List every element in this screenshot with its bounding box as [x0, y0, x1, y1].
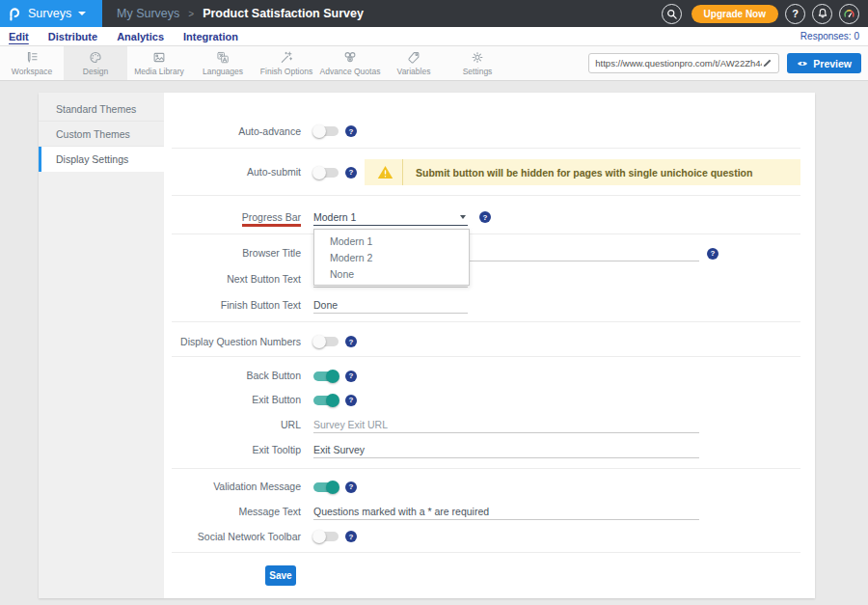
warning-divider: [402, 159, 403, 185]
back-button-row: Back Button ?: [172, 364, 800, 388]
design-toolbar: Workspace Design Media Library Languages: [0, 46, 868, 81]
progress-bar-help-icon[interactable]: ?: [479, 211, 491, 223]
back-button-toggle[interactable]: [313, 371, 339, 381]
tab-integration[interactable]: Integration: [183, 31, 238, 42]
divider: [172, 234, 800, 234]
divider: [172, 356, 800, 357]
toolbar-item-finish-options[interactable]: Finish Options: [255, 46, 318, 80]
auto-advance-row: Auto-advance ?: [172, 119, 800, 144]
display-settings-form: Auto-advance ? Auto-submit ?: [164, 93, 815, 598]
validation-message-row: Validation Message ?: [172, 475, 800, 499]
divider: [172, 321, 800, 322]
page-title: Product Satisfaction Survey: [203, 7, 364, 20]
sidebar-item-custom-themes[interactable]: Custom Themes: [39, 122, 164, 147]
divider: [172, 195, 800, 196]
exit-url-row: URL: [172, 412, 800, 437]
divider: [172, 468, 800, 469]
notifications-button[interactable]: [812, 4, 832, 24]
auto-advance-toggle[interactable]: [313, 126, 339, 136]
dropdown-option-modern-2[interactable]: Modern 2: [314, 249, 469, 265]
exit-button-help-icon[interactable]: ?: [345, 395, 357, 406]
dropdown-option-none[interactable]: None: [314, 265, 469, 282]
gauge-icon: [843, 8, 855, 20]
browser-title-row: Browser Title ?: [172, 240, 800, 266]
tab-analytics[interactable]: Analytics: [117, 31, 164, 42]
breadcrumb: My Surveys > Product Satisfaction Survey: [117, 7, 364, 20]
message-text-input[interactable]: [313, 504, 699, 520]
message-text-row: Message Text: [172, 499, 800, 524]
save-button[interactable]: Save: [265, 565, 296, 586]
warning-text: Submit button will be hidden for pages w…: [416, 167, 752, 179]
auto-submit-label: Auto-submit: [172, 166, 301, 179]
toolbar-item-media-library[interactable]: Media Library: [127, 46, 191, 80]
message-text-label: Message Text: [172, 506, 301, 518]
tab-distribute[interactable]: Distribute: [48, 31, 97, 42]
edit-url-pencil-icon[interactable]: [762, 58, 773, 69]
browser-title-help-icon[interactable]: ?: [707, 248, 719, 260]
validation-message-toggle[interactable]: [313, 482, 339, 492]
next-button-text-row: Next Button Text: [172, 266, 800, 292]
image-icon: [151, 50, 167, 65]
finish-button-text-row: Finish Button Text: [172, 292, 800, 318]
sidebar-item-display-settings[interactable]: Display Settings: [39, 147, 164, 172]
app-label: Surveys: [28, 7, 71, 20]
upgrade-now-button[interactable]: Upgrade Now: [692, 5, 778, 23]
exit-tooltip-label: Exit Tooltip: [172, 444, 301, 456]
responses-count: Responses: 0: [800, 31, 859, 41]
auto-submit-toggle[interactable]: [313, 168, 339, 178]
social-network-toolbar-toggle[interactable]: [313, 532, 339, 541]
design-sidebar: Standard Themes Custom Themes Display Se…: [39, 93, 164, 598]
auto-submit-row: Auto-submit ? Submit button will be hidd…: [172, 159, 800, 185]
dropdown-option-modern-1[interactable]: Modern 1: [314, 233, 469, 249]
app-switcher[interactable]: Surveys: [0, 0, 102, 27]
social-network-toolbar-label: Social Network Toolbar: [172, 531, 301, 543]
sidebar-item-standard-themes[interactable]: Standard Themes: [39, 96, 164, 122]
auto-advance-help-icon[interactable]: ?: [345, 125, 357, 137]
auto-submit-help-icon[interactable]: ?: [345, 167, 357, 179]
toolbar-item-settings[interactable]: Settings: [446, 46, 509, 80]
exit-button-toggle[interactable]: [313, 396, 339, 405]
toolbar-item-variables[interactable]: Variables: [382, 46, 446, 80]
exit-tooltip-row: Exit Tooltip: [172, 437, 800, 462]
next-button-text-label: Next Button Text: [172, 273, 301, 286]
toolbar-item-design[interactable]: Design: [64, 46, 127, 80]
exit-tooltip-input[interactable]: [313, 442, 699, 458]
display-question-numbers-toggle[interactable]: [313, 337, 339, 346]
section-tabs: Edit Distribute Analytics Integration Re…: [0, 27, 868, 46]
bell-icon: [817, 8, 828, 19]
divider: [172, 552, 800, 553]
exit-url-label: URL: [172, 419, 301, 431]
display-question-numbers-help-icon[interactable]: ?: [345, 336, 357, 347]
validation-message-help-icon[interactable]: ?: [345, 481, 357, 493]
toolbar-item-workspace[interactable]: Workspace: [0, 46, 64, 80]
eye-icon: [797, 60, 808, 68]
progress-bar-select[interactable]: Modern 1: [313, 208, 468, 226]
tab-edit[interactable]: Edit: [9, 31, 29, 42]
progress-bar-label: Progress Bar: [172, 211, 301, 224]
toolbar-item-advance-quotas[interactable]: Advance Quotas: [318, 46, 382, 80]
progress-bar-row: Progress Bar Modern 1 Modern 1 Modern 2 …: [172, 205, 800, 230]
magic-wand-icon: [279, 50, 294, 65]
preview-button[interactable]: Preview: [787, 53, 861, 73]
finish-button-text-input[interactable]: [313, 297, 468, 314]
survey-url-input[interactable]: [595, 58, 762, 69]
exit-url-input[interactable]: [313, 417, 699, 433]
usage-meter-button[interactable]: [839, 4, 859, 24]
breadcrumb-separator: >: [188, 9, 194, 19]
back-button-label: Back Button: [172, 370, 301, 382]
palette-icon: [88, 50, 103, 65]
toolbar-item-languages[interactable]: Languages: [191, 46, 255, 80]
finish-button-text-label: Finish Button Text: [172, 299, 301, 312]
exit-button-row: Exit Button ?: [172, 388, 800, 412]
breadcrumb-parent[interactable]: My Surveys: [117, 7, 179, 20]
progress-bar-dropdown: Modern 1 Modern 2 None: [313, 229, 470, 286]
questionpro-logo-icon: [7, 6, 22, 21]
search-button[interactable]: [662, 4, 682, 24]
design-panel: Standard Themes Custom Themes Display Se…: [39, 93, 815, 598]
back-button-help-icon[interactable]: ?: [345, 371, 357, 382]
divider: [172, 148, 800, 149]
workspace-icon: [24, 50, 40, 65]
help-button[interactable]: ?: [785, 4, 805, 24]
social-network-toolbar-help-icon[interactable]: ?: [345, 531, 357, 542]
top-header: Surveys My Surveys > Product Satisfactio…: [0, 0, 868, 27]
